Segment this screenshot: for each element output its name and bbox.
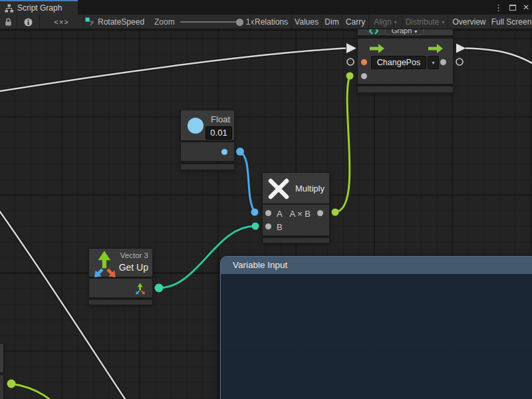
zoom-label: Zoom	[154, 17, 175, 27]
float-value-input[interactable]: 0.01	[205, 126, 232, 140]
graph-breadcrumb-label: RotateSpeed	[98, 17, 144, 27]
flow-wire-in[interactable]	[0, 49, 346, 92]
multiply-node-footer[interactable]	[262, 237, 330, 243]
dim-button[interactable]: Dim	[321, 15, 342, 29]
distribute-label: Distribute	[406, 17, 440, 27]
flow-in-arrow-icon[interactable]	[370, 44, 384, 53]
full-screen-button[interactable]: Full Screen	[490, 15, 532, 29]
info-button[interactable]	[17, 15, 40, 29]
align-menu-button[interactable]: Align ▾	[368, 15, 402, 29]
multiply-node-title: Multiply	[295, 184, 325, 194]
outer-port-ring-left[interactable]	[347, 59, 354, 65]
float-wire-end-dot	[251, 209, 259, 216]
distribute-menu-button[interactable]: Distribute ▾	[402, 15, 448, 29]
values-button[interactable]: Values	[291, 15, 321, 29]
group-panel: Variable Input	[220, 256, 532, 399]
result-wire-end-dot	[346, 72, 354, 80]
float-node-footer[interactable]	[180, 164, 235, 170]
float-node-title: Float	[211, 114, 230, 124]
flow-out-arrow-icon[interactable]	[428, 44, 443, 53]
window-controls: ⋮ ✕	[494, 0, 529, 15]
float-output-port[interactable]	[221, 149, 227, 155]
variable-name-dropdown[interactable]: ChangePos	[371, 56, 426, 69]
float-wire-outline	[240, 152, 255, 212]
overview-button[interactable]: Overview	[448, 15, 490, 29]
vector3-node-body[interactable]	[88, 278, 153, 298]
window-close-button[interactable]: ✕	[523, 3, 529, 12]
outer-port-ring-right[interactable]	[456, 59, 463, 65]
top-bar: Script Graph ⋮ ✕	[0, 0, 532, 29]
script-graph-window: Variable Input Graph▾ ChangePos ▾ Float …	[0, 0, 532, 399]
variable-name-port[interactable]	[361, 59, 367, 65]
chevron-down-icon: ▾	[394, 19, 397, 25]
chevron-down-icon: ▾	[414, 29, 417, 35]
multiply-x-icon	[267, 178, 290, 200]
group-panel-body[interactable]	[221, 274, 532, 399]
multiply-b-label: B	[277, 222, 283, 232]
variable-value-port[interactable]	[361, 73, 367, 79]
flow-wire-in-outline	[0, 49, 346, 92]
relations-button[interactable]: Relations	[251, 15, 291, 29]
graph-toolbar: <×> RotateSpeed Zoom 1x Relations V	[0, 15, 532, 29]
multiply-out-label: A × B	[290, 209, 311, 219]
zoom-control: Zoom 1x	[154, 15, 254, 29]
offscreen-node-body[interactable]	[0, 374, 4, 399]
bottom-green-wire[interactable]	[11, 384, 65, 399]
flow-arrowhead-out	[456, 44, 466, 53]
multiply-a-port[interactable]	[265, 210, 271, 216]
float-type-icon	[188, 118, 203, 134]
offscreen-node-header[interactable]	[0, 343, 4, 373]
set-variable-node-body[interactable]: ChangePos ▾	[357, 38, 454, 84]
graph-breadcrumb[interactable]: RotateSpeed	[85, 15, 144, 29]
tab-script-graph[interactable]: Script Graph	[0, 0, 78, 15]
result-wire-start-dot	[332, 209, 339, 216]
toolbar-buttons: Relations Values Dim Carry Align ▾ Distr…	[251, 15, 532, 29]
flow-arrowhead-in	[346, 43, 356, 53]
chevron-down-icon: ▾	[442, 19, 444, 25]
graph-breadcrumb-icon	[85, 17, 94, 27]
lock-icon	[5, 18, 12, 26]
info-icon	[24, 18, 33, 27]
float-node-body[interactable]	[180, 142, 235, 162]
tab-title: Script Graph	[17, 3, 62, 13]
multiply-b-port[interactable]	[265, 223, 271, 229]
float-node-header[interactable]: Float 0.01	[180, 110, 235, 141]
float-wire-start-dot	[236, 148, 244, 156]
multiply-out-port[interactable]	[317, 210, 323, 216]
variable-name-dropdown-arrow[interactable]: ▾	[428, 56, 439, 69]
lock-button[interactable]	[0, 15, 17, 29]
script-graph-icon	[5, 4, 13, 13]
code-view-button[interactable]: <×>	[40, 15, 84, 29]
bottom-green-wire-dot	[7, 380, 16, 388]
vector3-icon	[93, 250, 120, 278]
code-view-icon: <×>	[54, 18, 68, 26]
zoom-slider-handle[interactable]	[236, 19, 243, 26]
set-variable-node-footer[interactable]	[357, 86, 454, 93]
window-maximize-button[interactable]	[509, 5, 516, 11]
tab-bar: Script Graph ⋮ ✕	[0, 0, 532, 15]
carry-button[interactable]: Carry	[342, 15, 368, 29]
multiply-node-body[interactable]: A A × B B	[262, 204, 330, 236]
vector3-output-port[interactable]	[135, 283, 147, 295]
group-panel-header[interactable]: Variable Input	[221, 257, 532, 274]
vector-wire-end-dot	[252, 223, 259, 230]
variable-output-port[interactable]	[440, 59, 446, 65]
window-menu-button[interactable]: ⋮	[494, 3, 503, 13]
zoom-slider-track[interactable]	[180, 21, 239, 23]
multiply-a-label: A	[277, 209, 283, 219]
multiply-node-header[interactable]: Multiply	[262, 172, 330, 204]
vector3-type-label: Vector 3	[120, 251, 148, 259]
vector-wire-start-dot	[155, 284, 164, 293]
vector3-node-header[interactable]: Vector 3 Get Up	[88, 248, 153, 277]
vector3-node-footer[interactable]	[88, 299, 153, 305]
align-label: Align	[374, 17, 392, 27]
vector3-node-title: Get Up	[119, 262, 148, 273]
